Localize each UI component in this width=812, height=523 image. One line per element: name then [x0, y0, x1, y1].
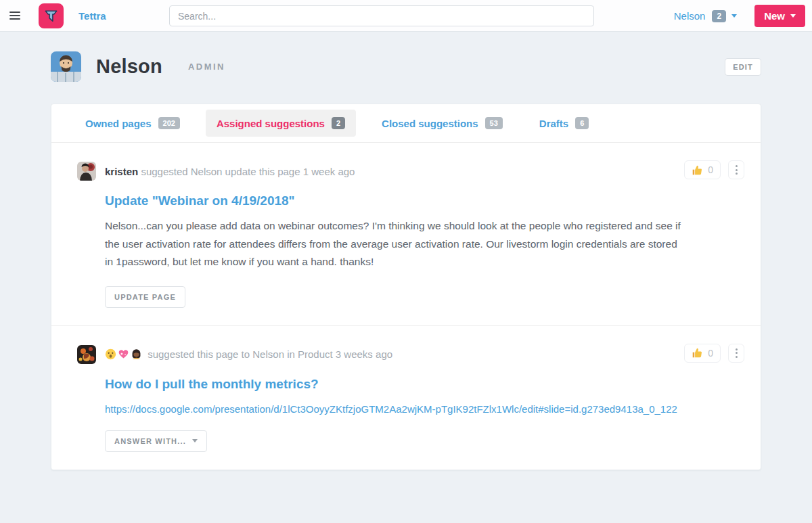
thumbs-up-button[interactable]: 0: [684, 344, 721, 363]
edit-profile-button[interactable]: EDIT: [725, 58, 761, 76]
profile-tabs: Owned pages 202 Assigned suggestions 2 C…: [51, 104, 761, 143]
suggestion-meta-text: suggested this page to Nelson in Product…: [148, 348, 392, 360]
content-panel: Owned pages 202 Assigned suggestions 2 C…: [51, 104, 761, 470]
suggestion-title-link[interactable]: How do I pull the monthly metrics?: [105, 377, 735, 392]
thumbs-up-button[interactable]: 0: [684, 160, 721, 179]
tab-assigned-suggestions[interactable]: Assigned suggestions 2: [206, 110, 356, 137]
suggestion-body: How do I pull the monthly metrics? https…: [105, 377, 735, 452]
more-options-kebab-icon[interactable]: [728, 344, 744, 363]
like-count: 0: [708, 348, 713, 359]
top-navbar: Tettra Nelson 2 New: [0, 0, 812, 32]
tettra-t-icon: [43, 8, 59, 24]
page-title-user-name: Nelson: [96, 55, 162, 78]
thumbs-up-icon: [692, 164, 703, 176]
update-page-button[interactable]: UPDATE PAGE: [105, 286, 185, 308]
suggestion-meta-text: suggested Nelson update this page 1 week…: [141, 166, 355, 177]
tettra-logo[interactable]: [39, 3, 64, 28]
tab-closed-suggestions[interactable]: Closed suggestions 53: [371, 110, 514, 137]
suggester-name[interactable]: kristen: [105, 166, 138, 177]
suggestion-title-link[interactable]: Update "Webinar on 4/19/2018": [105, 194, 735, 208]
tab-drafts[interactable]: Drafts 6: [528, 110, 600, 137]
role-label: ADMIN: [188, 62, 225, 72]
profile-header: Nelson ADMIN EDIT: [51, 51, 761, 82]
sparkling-heart-emoji-icon: [118, 348, 129, 360]
suggestion-header: kristen suggested Nelson update this pag…: [77, 162, 735, 181]
user-menu-chevron-down-icon[interactable]: [731, 14, 737, 18]
suggestion-card: suggested this page to Nelson in Product…: [51, 325, 761, 470]
user-menu-link[interactable]: Nelson: [674, 10, 706, 22]
hushed-face-emoji-icon: [105, 348, 116, 360]
search-input[interactable]: [169, 5, 594, 26]
hamburger-menu-icon[interactable]: [9, 9, 20, 22]
suggestion-controls: 0: [684, 160, 744, 179]
tab-count-badge: 2: [332, 117, 345, 129]
suggestion-body: Update "Webinar on 4/19/2018" Nelson...c…: [105, 194, 735, 308]
more-options-kebab-icon[interactable]: [728, 160, 744, 179]
google-docs-link[interactable]: https://docs.google.com/presentation/d/1…: [105, 403, 677, 415]
navbar-right: Nelson 2 New: [674, 0, 805, 32]
suggestion-meta: suggested this page to Nelson in Product…: [105, 348, 392, 360]
tab-count-badge: 6: [575, 117, 589, 129]
suggester-name-emojis[interactable]: [105, 348, 142, 360]
tab-count-badge: 202: [158, 117, 180, 129]
suggestion-card: kristen suggested Nelson update this pag…: [51, 143, 761, 325]
new-button[interactable]: New: [754, 5, 805, 27]
user-notification-badge: 2: [712, 10, 726, 22]
answer-with-button[interactable]: ANSWER WITH...: [105, 430, 207, 452]
thumbs-up-icon: [692, 347, 703, 359]
suggestion-text: Nelson...can you please add data on webi…: [105, 217, 688, 271]
suggester-avatar: [77, 162, 96, 181]
suggestion-controls: 0: [684, 344, 744, 363]
new-button-chevron-down-icon: [790, 14, 796, 18]
dark-skinned-woman-emoji-icon: [131, 348, 142, 360]
search-bar: [169, 5, 594, 26]
like-count: 0: [708, 164, 713, 175]
tab-count-badge: 53: [485, 117, 503, 129]
suggester-avatar: [77, 345, 96, 364]
brand-name[interactable]: Tettra: [78, 10, 106, 22]
profile-avatar: [51, 51, 81, 82]
suggestion-meta: kristen suggested Nelson update this pag…: [105, 166, 355, 177]
suggestion-header: suggested this page to Nelson in Product…: [77, 345, 735, 364]
answer-with-chevron-down-icon: [192, 439, 198, 442]
tab-owned-pages[interactable]: Owned pages 202: [74, 110, 191, 137]
